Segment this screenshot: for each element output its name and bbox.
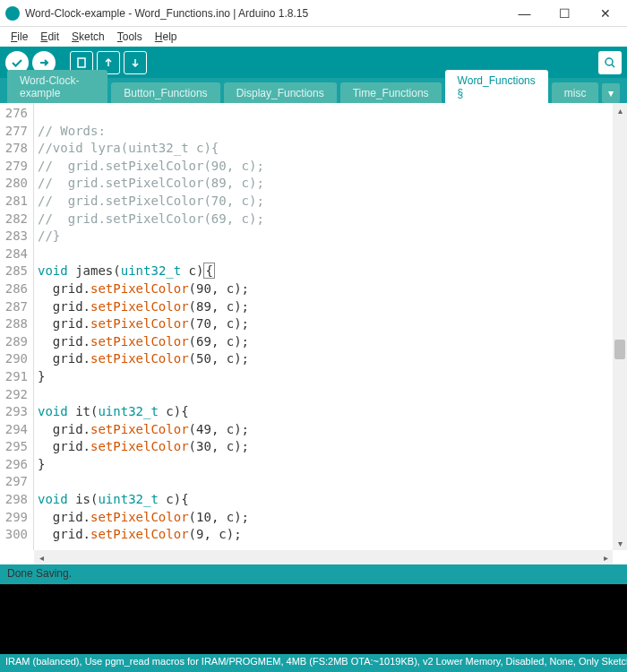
svg-rect-0	[78, 58, 85, 67]
menu-file[interactable]: File	[5, 29, 33, 45]
editor: 276 277 278 279 280 281 282 283 284 285 …	[0, 103, 627, 550]
titlebar: Word-Clock-example - Word_Functions.ino …	[0, 0, 627, 27]
tab-button-functions[interactable]: Button_Functions	[111, 82, 219, 103]
tab-dropdown-button[interactable]: ▾	[602, 83, 620, 103]
tab-time-functions[interactable]: Time_Functions	[340, 82, 442, 103]
vertical-scrollbar[interactable]: ▴ ▾	[613, 103, 627, 550]
close-button[interactable]: ✕	[585, 1, 625, 26]
maximize-button[interactable]: ☐	[545, 1, 585, 26]
menu-sketch[interactable]: Sketch	[66, 29, 110, 45]
footer-text: IRAM (balanced), Use pgm_read macros for…	[5, 656, 627, 667]
scroll-down-icon[interactable]: ▾	[613, 536, 627, 550]
footer-bar: IRAM (balanced), Use pgm_read macros for…	[0, 654, 627, 672]
menu-help[interactable]: Help	[150, 29, 183, 45]
menu-tools[interactable]: Tools	[112, 29, 148, 45]
svg-point-1	[606, 58, 613, 65]
tab-display-functions[interactable]: Display_Functions	[224, 82, 337, 103]
status-bar: Done Saving.	[0, 564, 627, 584]
app-icon	[5, 6, 20, 21]
save-button[interactable]	[124, 51, 147, 74]
scroll-up-icon[interactable]: ▴	[613, 103, 627, 117]
status-text: Done Saving.	[7, 567, 72, 580]
tab-word-functions[interactable]: Word_Functions §	[445, 70, 548, 103]
scroll-left-icon[interactable]: ◂	[34, 550, 48, 564]
tab-word-clock-example[interactable]: Word-Clock-example	[7, 70, 107, 103]
window-controls: — ☐ ✕	[504, 1, 625, 26]
code-area[interactable]: // Words: //void lyra(uint32_t c){ // gr…	[34, 103, 613, 550]
menubar: File Edit Sketch Tools Help	[0, 27, 627, 47]
horizontal-scrollbar[interactable]: ◂ ▸	[34, 550, 613, 564]
minimize-button[interactable]: —	[504, 1, 545, 26]
scroll-thumb[interactable]	[614, 340, 625, 359]
line-gutter: 276 277 278 279 280 281 282 283 284 285 …	[0, 103, 34, 550]
serial-monitor-button[interactable]	[598, 51, 622, 74]
scroll-right-icon[interactable]: ▸	[598, 550, 613, 564]
window-title: Word-Clock-example - Word_Functions.ino …	[25, 7, 504, 20]
menu-edit[interactable]: Edit	[35, 29, 64, 45]
tabs: Word-Clock-example Button_Functions Disp…	[0, 78, 627, 103]
scroll-track[interactable]	[613, 117, 627, 536]
console[interactable]	[0, 584, 627, 654]
hscroll-track[interactable]	[48, 550, 598, 564]
tab-misc[interactable]: misc	[552, 82, 599, 103]
